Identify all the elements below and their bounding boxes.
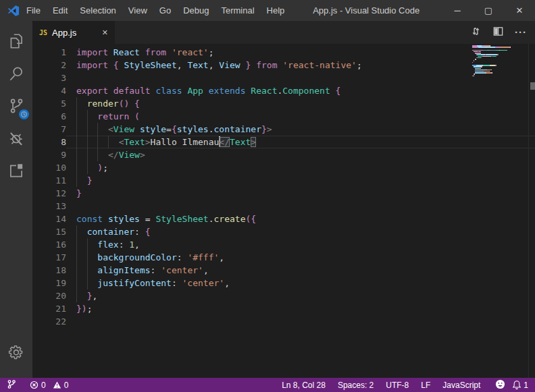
activity-bar (0, 21, 32, 378)
editor-actions: ··· (470, 21, 535, 44)
source-control-clock-badge (19, 109, 29, 119)
error-icon (30, 381, 39, 389)
menu-item-view[interactable]: View (122, 0, 153, 21)
code-line-15[interactable]: 15 container: { (32, 225, 535, 238)
javascript-file-icon: JS (39, 29, 47, 36)
line-number: 19 (32, 277, 66, 289)
menu-item-debug[interactable]: Debug (177, 0, 215, 21)
code-line-19[interactable]: 19 justifyContent: 'center', (32, 277, 535, 289)
code-line-12[interactable]: 12} (32, 187, 535, 200)
code-line-18[interactable]: 18 alignItems: 'center', (32, 264, 535, 277)
line-number: 14 (32, 213, 66, 225)
tab-label: App.js (52, 28, 76, 38)
code-line-11[interactable]: 11 } (32, 174, 535, 187)
code-line-16[interactable]: 16 flex: 1, (32, 238, 535, 251)
menu-item-selection[interactable]: Selection (74, 0, 122, 21)
more-actions-icon[interactable]: ··· (515, 29, 527, 36)
line-number: 12 (32, 187, 66, 200)
code-line-8[interactable]: 8 <Text>Hallo Ilmenau</Text> (32, 136, 535, 148)
status-right-items: Ln 8, Col 28Spaces: 2UTF-8LFJavaScript (282, 381, 480, 390)
code-line-2[interactable]: 2import { StyleSheet, Text, View } from … (32, 59, 535, 72)
sync-changes-icon[interactable] (470, 26, 482, 40)
bell-icon (512, 380, 521, 390)
code-text: return ( (66, 110, 535, 123)
line-number: 20 (32, 289, 66, 302)
code-text: } (66, 174, 535, 187)
code-line-20[interactable]: 20 }, (32, 289, 535, 302)
code-line-9[interactable]: 9 </View> (32, 148, 535, 161)
code-line-10[interactable]: 10 ); (32, 161, 535, 174)
code-text: <View style={styles.container}> (66, 123, 535, 136)
code-editor[interactable]: 1import React from 'react';2import { Sty… (32, 44, 535, 378)
line-number: 6 (32, 110, 66, 123)
line-number: 16 (32, 238, 66, 251)
code-line-17[interactable]: 17 backgroundColor: '#fff', (32, 251, 535, 264)
minimize-button[interactable]: ─ (442, 0, 473, 21)
code-text: }, (66, 289, 535, 302)
code-line-21[interactable]: 21}); (32, 302, 535, 315)
status-bar: 0 0 Ln 8, Col 28Spaces: 2UTF-8LFJavaScri… (0, 378, 535, 392)
feedback-smiley-icon[interactable] (495, 379, 505, 391)
code-text: container: { (66, 225, 535, 238)
line-number: 17 (32, 251, 66, 264)
split-editor-icon[interactable] (492, 26, 504, 40)
status-item-3[interactable]: LF (421, 381, 430, 390)
error-count: 0 (41, 381, 46, 390)
status-item-1[interactable]: Spaces: 2 (338, 381, 374, 390)
line-number: 8 (32, 136, 66, 148)
line-number: 21 (32, 302, 66, 315)
notifications-bell[interactable]: 1 (512, 380, 528, 390)
minimap-line (472, 77, 528, 78)
debug-icon[interactable] (0, 122, 32, 155)
explorer-icon[interactable] (0, 25, 32, 57)
code-text: </View> (66, 148, 535, 161)
git-branch-icon[interactable] (7, 379, 16, 391)
code-line-5[interactable]: 5 render() { (32, 97, 535, 110)
tab-close-icon[interactable]: ✕ (102, 28, 108, 37)
minimap[interactable] (472, 45, 528, 78)
menu-item-terminal[interactable]: Terminal (215, 0, 260, 21)
status-right: Ln 8, Col 28Spaces: 2UTF-8LFJavaScript 1 (282, 379, 528, 391)
status-left: 0 0 (7, 379, 68, 391)
code-line-4[interactable]: 4export default class App extends React.… (32, 84, 535, 97)
line-number: 7 (32, 123, 66, 136)
status-item-0[interactable]: Ln 8, Col 28 (282, 381, 326, 390)
tab-appjs[interactable]: JS App.js ✕ (32, 21, 115, 44)
status-right-icons: 1 (495, 379, 528, 391)
line-number: 9 (32, 148, 66, 161)
line-number: 3 (32, 72, 66, 84)
search-icon[interactable] (0, 57, 32, 90)
code-text: const styles = StyleSheet.create({ (66, 213, 535, 225)
menu-item-help[interactable]: Help (261, 0, 291, 21)
code-line-6[interactable]: 6 return ( (32, 110, 535, 123)
code-line-7[interactable]: 7 <View style={styles.container}> (32, 123, 535, 136)
close-button[interactable]: ✕ (504, 0, 535, 21)
code-line-13[interactable]: 13 (32, 200, 535, 213)
code-text: render() { (66, 97, 535, 110)
code-line-1[interactable]: 1import React from 'react'; (32, 46, 535, 59)
status-item-4[interactable]: JavaScript (442, 381, 480, 390)
code-line-3[interactable]: 3 (32, 72, 535, 84)
code-text (66, 315, 535, 328)
settings-gear-icon[interactable] (0, 336, 32, 368)
menu-item-go[interactable]: Go (153, 0, 177, 21)
overview-ruler[interactable] (528, 44, 535, 378)
code-text: export default class App extends React.C… (66, 84, 535, 97)
code-text: backgroundColor: '#fff', (66, 251, 535, 264)
code-line-22[interactable]: 22 (32, 315, 535, 328)
code-text: }); (66, 302, 535, 315)
code-line-14[interactable]: 14const styles = StyleSheet.create({ (32, 213, 535, 225)
menu-item-edit[interactable]: Edit (47, 0, 74, 21)
tab-bar: JS App.js ✕ (32, 21, 535, 44)
source-control-icon[interactable] (0, 90, 32, 122)
menu-item-file[interactable]: File (20, 0, 47, 21)
maximize-button[interactable]: ▢ (473, 0, 504, 21)
editor-group: JS App.js ✕ (32, 21, 535, 378)
overview-cursor-marker (530, 82, 535, 90)
status-item-2[interactable]: UTF-8 (386, 381, 409, 390)
line-number: 10 (32, 161, 66, 174)
extensions-icon[interactable] (0, 155, 32, 187)
problems-indicator[interactable]: 0 0 (30, 381, 68, 390)
warning-count: 0 (64, 381, 69, 390)
line-number: 5 (32, 97, 66, 110)
